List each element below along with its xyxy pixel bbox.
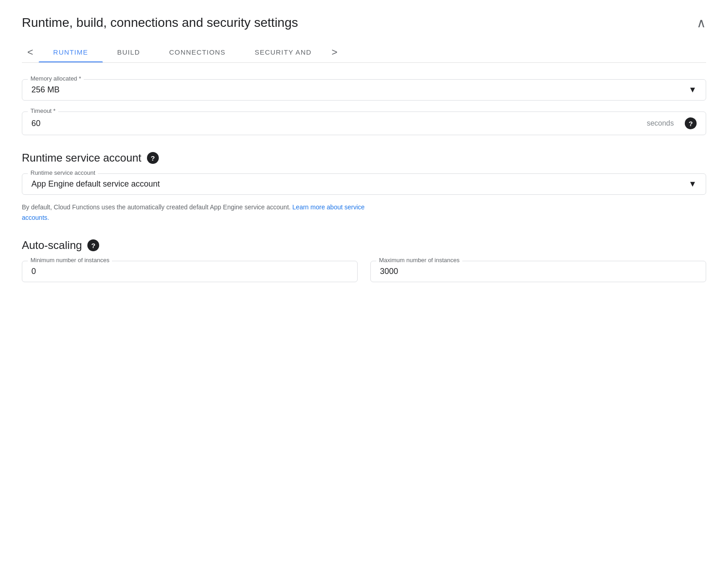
runtime-service-account-help-icon[interactable]: ?: [147, 152, 159, 164]
timeout-row: 60 seconds ?: [31, 117, 697, 129]
tab-next-button[interactable]: >: [326, 44, 343, 61]
tab-security[interactable]: SECURITY AND: [240, 42, 326, 62]
memory-allocated-field: Memory allocated * 256 MB ▼: [22, 79, 706, 101]
min-instances-field: Minimum number of instances 0: [22, 261, 358, 282]
tabs-overflow: RUNTIME BUILD CONNECTIONS SECURITY AND: [39, 42, 326, 62]
max-instances-label: Maximum number of instances: [376, 257, 462, 264]
page-header: Runtime, build, connections and security…: [22, 15, 706, 31]
autoscaling-grid: Minimum number of instances 0 Maximum nu…: [22, 261, 706, 293]
tab-build[interactable]: BUILD: [103, 42, 155, 62]
timeout-value: 60: [31, 119, 40, 128]
page-title: Runtime, build, connections and security…: [22, 15, 298, 31]
max-instances-field: Maximum number of instances 3000: [370, 261, 706, 282]
max-instances-value: 3000: [380, 267, 398, 276]
runtime-service-account-row: App Engine default service account ▼: [31, 179, 697, 189]
runtime-service-account-label: Runtime service account: [28, 169, 98, 176]
memory-allocated-label: Memory allocated *: [28, 75, 84, 82]
service-account-helper-text: By default, Cloud Functions uses the aut…: [22, 202, 368, 223]
memory-allocated-row: 256 MB ▼: [31, 85, 697, 95]
tab-connections[interactable]: CONNECTIONS: [155, 42, 240, 62]
min-instances-value: 0: [31, 267, 36, 276]
collapse-icon[interactable]: ∧: [697, 15, 706, 30]
min-instances-row: 0: [31, 267, 348, 276]
memory-dropdown-icon[interactable]: ▼: [688, 85, 697, 95]
runtime-service-account-field: Runtime service account App Engine defau…: [22, 173, 706, 195]
tabs-container: < RUNTIME BUILD CONNECTIONS SECURITY AND…: [22, 42, 706, 63]
memory-allocated-value: 256 MB: [31, 85, 60, 95]
timeout-help-icon[interactable]: ?: [685, 117, 697, 129]
runtime-service-account-title: Runtime service account: [22, 152, 142, 164]
autoscaling-header: Auto-scaling ?: [22, 239, 706, 252]
timeout-field: Timeout * 60 seconds ?: [22, 112, 706, 135]
tab-prev-button[interactable]: <: [22, 44, 39, 61]
runtime-service-account-value: App Engine default service account: [31, 179, 160, 189]
runtime-service-account-header: Runtime service account ?: [22, 152, 706, 164]
autoscaling-title: Auto-scaling: [22, 239, 82, 252]
autoscaling-help-icon[interactable]: ?: [87, 239, 99, 251]
runtime-service-account-dropdown-icon[interactable]: ▼: [688, 179, 697, 189]
tab-runtime[interactable]: RUNTIME: [39, 42, 103, 62]
max-instances-row: 3000: [380, 267, 697, 276]
min-instances-label: Minimum number of instances: [28, 257, 112, 264]
timeout-label: Timeout *: [28, 107, 58, 114]
timeout-suffix: seconds: [647, 119, 674, 127]
